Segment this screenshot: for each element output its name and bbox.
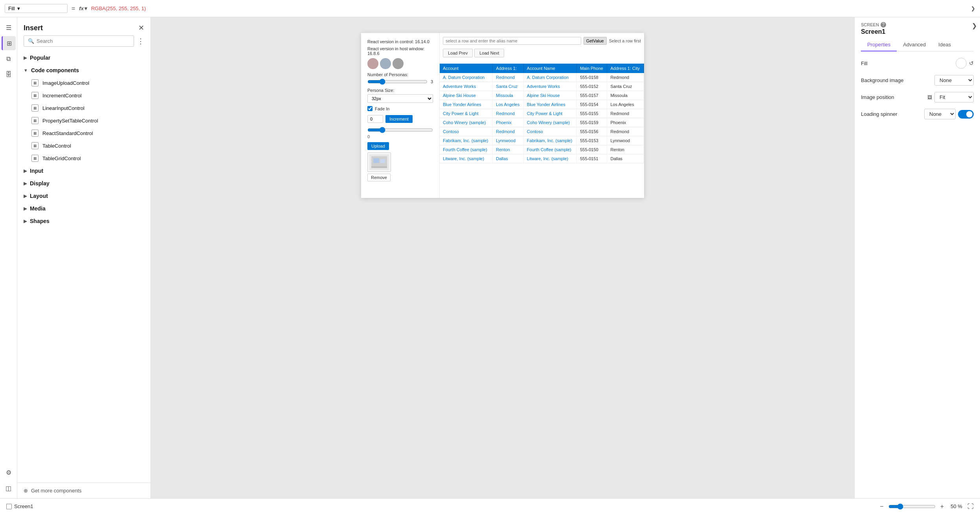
- linear-slider[interactable]: [367, 127, 433, 133]
- background-image-select[interactable]: None: [934, 75, 974, 86]
- component-increment[interactable]: ▦ IncrementControl: [17, 89, 150, 102]
- component-icon: ▦: [31, 155, 39, 162]
- table-row[interactable]: City Power & Light Redmond City Power & …: [440, 109, 644, 118]
- category-input[interactable]: ▶ Input: [17, 165, 150, 177]
- category-popular[interactable]: ▶ Popular: [17, 51, 150, 64]
- sidebar-data-icon[interactable]: 🗄: [2, 68, 16, 82]
- formula-input[interactable]: [91, 5, 967, 11]
- increment-input[interactable]: [367, 115, 383, 123]
- table-row[interactable]: Alpine Ski House Missoula Alpine Ski Hou…: [440, 91, 644, 100]
- image-position-icon: 🖼: [927, 95, 932, 100]
- cell-city: Phoenix: [607, 118, 644, 127]
- cell-city: Redmond: [607, 127, 644, 136]
- zoom-slider[interactable]: [888, 503, 936, 510]
- tab-properties[interactable]: Properties: [861, 38, 897, 51]
- background-image-label: Background image: [861, 77, 903, 83]
- sidebar-layers-icon[interactable]: ⧉: [2, 52, 16, 66]
- cell-address1: Missoula: [493, 91, 524, 100]
- fade-in-checkbox[interactable]: [367, 106, 373, 111]
- component-property-set-table-label: PropertySetTableControl: [42, 118, 98, 124]
- component-icon: ▦: [31, 79, 39, 86]
- react-version-host: React version in host window: 16.8.6: [367, 46, 433, 56]
- cell-account-name: Litware, Inc. (sample): [523, 154, 576, 163]
- cell-account: City Power & Light: [440, 109, 493, 118]
- spinner-toggle[interactable]: [958, 110, 974, 119]
- fill-dropdown[interactable]: Fill ▾: [5, 4, 68, 13]
- fade-in-row: Fade In: [367, 106, 433, 111]
- upload-button[interactable]: Upload: [367, 142, 389, 150]
- load-next-button[interactable]: Load Next: [474, 49, 504, 57]
- table-row[interactable]: A. Datum Corporation Redmond A. Datum Co…: [440, 73, 644, 82]
- component-image-upload[interactable]: ▦ ImageUploadControl: [17, 77, 150, 89]
- table-row[interactable]: Fourth Coffee (sample) Renton Fourth Cof…: [440, 145, 644, 154]
- component-image-upload-label: ImageUploadControl: [42, 80, 89, 86]
- insert-title: Insert: [24, 24, 43, 32]
- sidebar-components-icon[interactable]: ◫: [2, 481, 16, 495]
- col-account: Account: [440, 64, 493, 73]
- table-row[interactable]: Litware, Inc. (sample) Dallas Litware, I…: [440, 154, 644, 163]
- tab-advanced[interactable]: Advanced: [897, 38, 932, 51]
- fill-reset-icon[interactable]: ↺: [969, 60, 974, 66]
- media-arrow-icon: ▶: [24, 206, 27, 211]
- category-code-components-label: Code components: [31, 67, 79, 73]
- insert-panel: Insert ✕ 🔍 ⋮ ▶ Popular ▼ Code components…: [17, 17, 151, 498]
- increment-button[interactable]: Increment: [385, 115, 413, 123]
- layout-arrow-icon: ▶: [24, 194, 27, 199]
- table-container: Account Address 1: Account Name Main Pho…: [440, 64, 644, 163]
- table-row[interactable]: Contoso Redmond Contoso 555-0156 Redmond: [440, 127, 644, 136]
- get-more-components[interactable]: ⊕ Get more components: [17, 483, 150, 498]
- props-body: Fill ↺ Background image None Image posit…: [855, 51, 980, 498]
- persona-size-select[interactable]: 32px 24px 48px: [367, 94, 433, 103]
- table-row[interactable]: Blue Yonder Airlines Los Angeles Blue Yo…: [440, 100, 644, 109]
- alias-input[interactable]: [443, 37, 581, 45]
- component-linear-input[interactable]: ▦ LinearInputControl: [17, 102, 150, 114]
- tab-ideas[interactable]: Ideas: [932, 38, 957, 51]
- fill-color-swatch[interactable]: [956, 58, 967, 69]
- component-property-set-table[interactable]: ▦ PropertySetTableControl: [17, 114, 150, 127]
- category-code-components[interactable]: ▼ Code components: [17, 64, 150, 77]
- get-value-button[interactable]: GetValue: [584, 37, 607, 45]
- component-react-standard[interactable]: ▦ ReactStandardControl: [17, 127, 150, 139]
- component-table[interactable]: ▦ TableControl: [17, 139, 150, 152]
- cell-phone: 555-0156: [577, 127, 607, 136]
- props-screen-name: Screen1: [861, 28, 974, 35]
- component-table-grid[interactable]: ▦ TableGridControl: [17, 152, 150, 165]
- props-panel-chevron-icon[interactable]: ❯: [972, 22, 977, 29]
- spinner-select[interactable]: None: [924, 109, 956, 119]
- sidebar-hamburger-icon[interactable]: ☰: [2, 20, 16, 35]
- insert-close-button[interactable]: ✕: [138, 24, 144, 32]
- category-shapes[interactable]: ▶ Shapes: [17, 215, 150, 227]
- nav-buttons: Load Prev Load Next: [443, 49, 641, 57]
- loading-spinner-label: Loading spinner: [861, 111, 897, 117]
- component-react-standard-label: ReactStandardControl: [42, 130, 93, 136]
- load-prev-button[interactable]: Load Prev: [443, 49, 473, 57]
- zoom-plus-button[interactable]: +: [939, 502, 945, 511]
- code-components-arrow-icon: ▼: [24, 68, 28, 73]
- image-position-select[interactable]: Fit Fill Stretch: [934, 92, 974, 102]
- cell-account-name: Contoso: [523, 127, 576, 136]
- insert-header: Insert ✕: [17, 17, 150, 35]
- search-input[interactable]: [37, 38, 130, 44]
- component-icon: ▦: [31, 130, 39, 137]
- category-media[interactable]: ▶ Media: [17, 202, 150, 215]
- avatars-row: [367, 58, 433, 69]
- table-row[interactable]: Fabrikam, Inc. (sample) Lynnwood Fabrika…: [440, 136, 644, 145]
- sidebar-variables-icon[interactable]: ⚙: [2, 465, 16, 479]
- zoom-minus-button[interactable]: −: [878, 502, 885, 511]
- category-display[interactable]: ▶ Display: [17, 177, 150, 190]
- topbar-chevron-icon[interactable]: ❯: [971, 5, 975, 11]
- sidebar-insert-icon[interactable]: ⊞: [2, 36, 16, 50]
- cell-address1: Redmond: [493, 109, 524, 118]
- fullscreen-button[interactable]: ⛶: [967, 503, 974, 510]
- remove-button[interactable]: Remove: [367, 174, 391, 181]
- sidebar-icons: ☰ ⊞ ⧉ 🗄 ⚙ ◫: [0, 17, 17, 498]
- fx-button[interactable]: fx ▾: [79, 5, 87, 11]
- persona-slider[interactable]: [367, 79, 428, 85]
- category-layout[interactable]: ▶ Layout: [17, 190, 150, 202]
- more-options-button[interactable]: ⋮: [137, 37, 144, 46]
- image-preview: [367, 152, 391, 172]
- fill-value-row: ↺: [956, 58, 974, 69]
- get-more-icon: ⊕: [24, 488, 28, 494]
- table-row[interactable]: Coho Winery (sample) Phoenix Coho Winery…: [440, 118, 644, 127]
- table-row[interactable]: Adventure Works Santa Cruz Adventure Wor…: [440, 82, 644, 91]
